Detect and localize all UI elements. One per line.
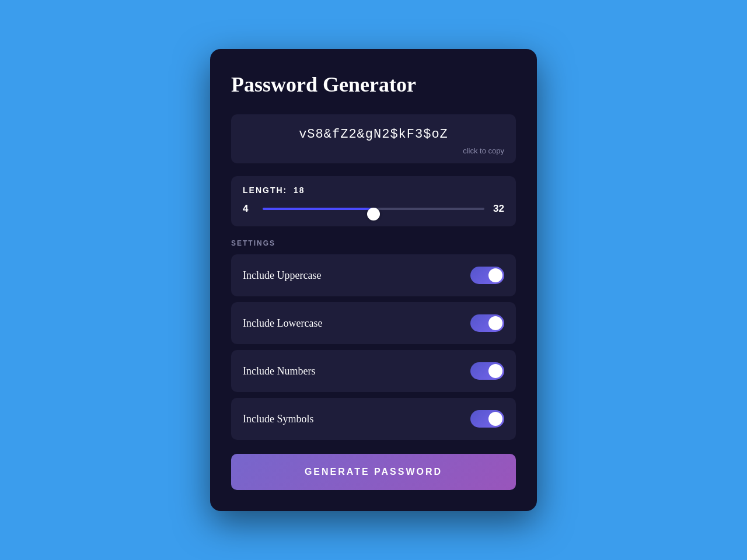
length-value: 18 [294, 186, 305, 195]
toggle-label-uppercase: Include Uppercase [243, 270, 321, 282]
slider-row: 4 32 [243, 203, 504, 215]
password-generator-card: Password Generator vS8&fZ2&gN2$kF3$oZ cl… [210, 49, 537, 511]
toggle-row-symbols: Include Symbols [231, 398, 516, 440]
length-section: LENGTH: 18 4 32 [231, 176, 516, 226]
password-value: vS8&fZ2&gN2$kF3$oZ [243, 127, 504, 142]
toggle-thumb-symbols [488, 412, 502, 426]
copy-hint: click to copy [243, 146, 504, 155]
toggle-symbols[interactable] [470, 410, 504, 428]
toggle-thumb-lowercase [488, 316, 502, 330]
slider-max: 32 [493, 203, 504, 215]
toggle-row-uppercase: Include Uppercase [231, 254, 516, 296]
toggle-thumb-numbers [488, 364, 502, 378]
settings-label: SETTINGS [231, 239, 516, 247]
slider-wrapper [263, 203, 484, 215]
toggle-label-symbols: Include Symbols [243, 413, 314, 425]
toggle-row-lowercase: Include Lowercase [231, 302, 516, 344]
toggle-thumb-uppercase [488, 268, 502, 282]
generate-button[interactable]: GENERATE PASSWORD [231, 454, 516, 490]
toggle-numbers[interactable] [470, 362, 504, 380]
toggle-lowercase[interactable] [470, 314, 504, 332]
password-display[interactable]: vS8&fZ2&gN2$kF3$oZ click to copy [231, 114, 516, 163]
length-label: LENGTH: 18 [243, 186, 504, 195]
toggles-container: Include UppercaseInclude LowercaseInclud… [231, 254, 516, 440]
page-title: Password Generator [231, 72, 516, 97]
toggle-uppercase[interactable] [470, 267, 504, 284]
toggle-row-numbers: Include Numbers [231, 350, 516, 392]
toggle-label-numbers: Include Numbers [243, 365, 315, 377]
slider-min: 4 [243, 203, 254, 215]
toggle-label-lowercase: Include Lowercase [243, 317, 322, 330]
length-slider[interactable] [263, 208, 484, 210]
